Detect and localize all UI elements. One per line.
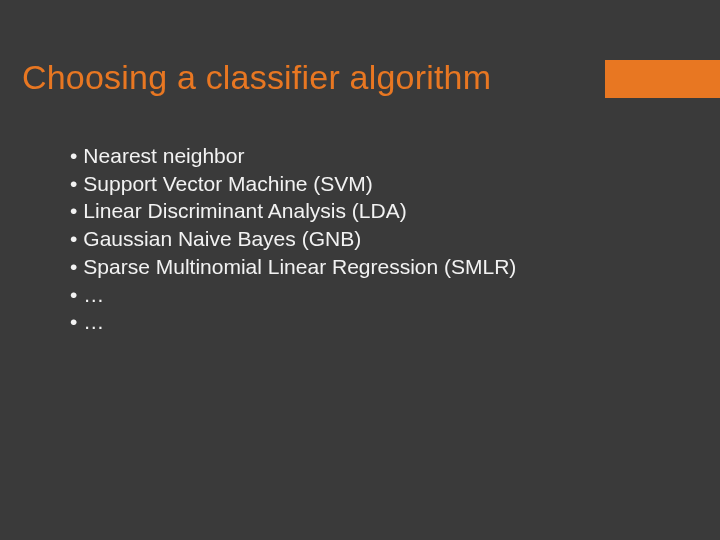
bullet-icon: •	[70, 142, 77, 170]
list-item-text: …	[83, 281, 104, 309]
list-item: • …	[70, 281, 680, 309]
list-item-text: …	[83, 308, 104, 336]
bullet-icon: •	[70, 197, 77, 225]
list-item: • Linear Discriminant Analysis (LDA)	[70, 197, 680, 225]
slide-title: Choosing a classifier algorithm	[22, 58, 491, 97]
bullet-icon: •	[70, 253, 77, 281]
bullet-list: • Nearest neighbor • Support Vector Mach…	[70, 142, 680, 336]
list-item: • …	[70, 308, 680, 336]
bullet-icon: •	[70, 170, 77, 198]
bullet-icon: •	[70, 225, 77, 253]
list-item-text: Linear Discriminant Analysis (LDA)	[83, 197, 406, 225]
list-item: • Support Vector Machine (SVM)	[70, 170, 680, 198]
list-item-text: Support Vector Machine (SVM)	[83, 170, 372, 198]
bullet-icon: •	[70, 308, 77, 336]
list-item: • Sparse Multinomial Linear Regression (…	[70, 253, 680, 281]
slide: Choosing a classifier algorithm • Neares…	[0, 0, 720, 540]
list-item-text: Nearest neighbor	[83, 142, 244, 170]
accent-bar	[605, 60, 720, 98]
list-item: • Gaussian Naive Bayes (GNB)	[70, 225, 680, 253]
list-item: • Nearest neighbor	[70, 142, 680, 170]
bullet-icon: •	[70, 281, 77, 309]
list-item-text: Gaussian Naive Bayes (GNB)	[83, 225, 361, 253]
list-item-text: Sparse Multinomial Linear Regression (SM…	[83, 253, 516, 281]
